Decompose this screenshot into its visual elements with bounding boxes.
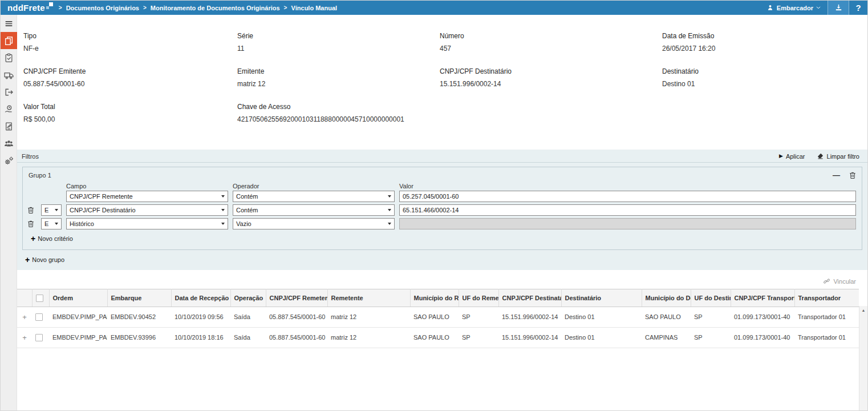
column-header-operacao[interactable]: Operação xyxy=(230,289,266,307)
sidebar-item-saida[interactable] xyxy=(1,83,17,100)
field-label: Tipo xyxy=(23,32,237,40)
column-header-remetente[interactable]: Remetente xyxy=(327,289,410,307)
documents-icon xyxy=(4,36,14,46)
vincular-label: Vincular xyxy=(833,278,856,285)
delete-criterion-button[interactable] xyxy=(27,220,34,228)
logo-mark-icon xyxy=(46,2,53,9)
field-label: Data de Emissão xyxy=(662,32,861,40)
operador-column-label: Operador xyxy=(233,183,395,190)
sidebar-item-usuarios[interactable] xyxy=(1,135,17,152)
breadcrumb-item-vinculo-manual[interactable]: Vínculo Manual xyxy=(291,5,337,11)
sidebar-item-documentos[interactable] xyxy=(1,32,17,49)
cell-data-recepcao: 10/10/2019 18:16 xyxy=(171,327,230,348)
vincular-button[interactable]: Vincular xyxy=(823,277,856,285)
download-button[interactable] xyxy=(828,1,849,15)
operador-select[interactable]: Vazio xyxy=(233,218,395,229)
expand-row-button[interactable]: + xyxy=(17,327,32,348)
sidebar-item-configuracoes[interactable] xyxy=(1,152,17,169)
help-button[interactable]: ? xyxy=(849,1,867,15)
sidebar-item-entregas[interactable] xyxy=(1,100,17,118)
campo-select[interactable]: Histórico xyxy=(66,218,228,229)
breadcrumb-item-documentos-originarios[interactable]: Documentos Originários xyxy=(66,5,139,11)
clear-filter-label: Limpar filtro xyxy=(827,153,859,160)
cell-ordem: EMBDEV.PIMP_PABSCCC... xyxy=(49,327,107,348)
field-value: 26/05/2017 16:20 xyxy=(662,45,861,53)
conjunction-select[interactable]: E xyxy=(41,204,62,216)
field-chave-acesso: Chave de Acesso 421705062556920001031188… xyxy=(237,103,440,123)
cell-embarque: EMBDEV.93996 xyxy=(107,327,171,348)
table-scrollbar[interactable]: ▲ xyxy=(859,306,867,410)
filters-panel: Filtros ▶ Aplicar Limpar filtro Grupo 1 xyxy=(17,150,867,270)
column-header-cnpj-destinatario[interactable]: CNPJ/CPF Destinatário xyxy=(498,289,561,307)
cell-municipio-destinatario: SAO PAULO xyxy=(642,307,691,327)
scroll-up-icon[interactable]: ▲ xyxy=(859,306,867,312)
column-header-cnpj-transportador[interactable]: CNPJ/CPF Transportad... xyxy=(731,289,794,307)
sidebar-item-auditoria[interactable] xyxy=(1,49,17,66)
column-header-ordem[interactable]: Ordem xyxy=(49,289,107,307)
trash-icon xyxy=(27,206,34,214)
cell-uf-destinatario: SP xyxy=(691,327,731,348)
dropdown-arrow-icon xyxy=(221,195,225,198)
column-header-municipio-remetente[interactable]: Município do Re... xyxy=(410,289,459,307)
conjunction-select[interactable]: E xyxy=(41,218,62,229)
apply-filter-label: Aplicar xyxy=(786,153,805,160)
field-tipo: Tipo NF-e xyxy=(23,32,237,53)
column-header-uf-destinatario[interactable]: UF do Destin... xyxy=(691,289,731,307)
valor-input[interactable] xyxy=(399,204,856,216)
results-table: Ordem Embarque Data de Recepção Operação… xyxy=(17,289,867,410)
chevron-right-icon: > xyxy=(59,5,62,11)
column-header-destinatario[interactable]: Destinatário xyxy=(561,289,642,307)
row-checkbox[interactable] xyxy=(35,334,43,341)
cell-cnpj-transportador: 01.099.173/0001-40 xyxy=(731,327,794,348)
column-header-transportador[interactable]: Transportador xyxy=(794,289,859,307)
app-logo[interactable]: nddFrete xyxy=(1,1,59,15)
apply-filter-button[interactable]: ▶ Aplicar xyxy=(779,152,805,160)
clipboard-check-icon xyxy=(4,53,14,63)
delete-group-button[interactable] xyxy=(849,171,856,179)
collapse-group-button[interactable]: — xyxy=(833,172,840,178)
column-header-embarque[interactable]: Embarque xyxy=(107,289,171,307)
criterion-row: CNPJ/CPF Remetente Contém xyxy=(25,191,856,202)
sidebar-item-transporte[interactable] xyxy=(1,66,17,83)
new-group-button[interactable]: + Novo grupo xyxy=(17,250,867,270)
field-label: Série xyxy=(237,32,440,40)
operador-select[interactable]: Contém xyxy=(233,191,395,202)
new-criterion-button[interactable]: + Novo critério xyxy=(31,235,862,242)
column-header-uf-remetente[interactable]: UF do Remet... xyxy=(459,289,498,307)
column-header-data-recepcao[interactable]: Data de Recepção xyxy=(171,289,230,307)
field-valor-total: Valor Total R$ 500,00 xyxy=(23,103,237,123)
select-all-checkbox[interactable] xyxy=(36,295,43,302)
filter-group-title: Grupo 1 xyxy=(29,172,51,179)
cell-transportador: Transportador 01 xyxy=(794,327,859,348)
trash-icon xyxy=(849,171,856,179)
operador-select[interactable]: Contém xyxy=(233,204,395,216)
breadcrumb-item-monitoramento[interactable]: Monitoramento de Documentos Originários xyxy=(151,5,280,11)
table-row[interactable]: + EMBDEV.PIMP_PABSCCC... EMBDEV.93996 10… xyxy=(17,327,859,348)
delete-criterion-button[interactable] xyxy=(27,206,34,214)
criterion-row: E CNPJ/CPF Destinatário Contém xyxy=(25,204,856,216)
valor-input[interactable] xyxy=(399,191,856,202)
user-menu-label: Embarcador xyxy=(777,5,813,11)
campo-select[interactable]: CNPJ/CPF Destinatário xyxy=(66,204,228,216)
campo-select[interactable]: CNPJ/CPF Remetente xyxy=(66,191,228,202)
expand-row-button[interactable]: + xyxy=(17,307,32,327)
column-header-municipio-destinatario[interactable]: Município do De... xyxy=(642,289,691,307)
cell-municipio-remetente: SAO PAULO xyxy=(410,307,459,327)
dropdown-arrow-icon xyxy=(388,195,391,198)
field-value: NF-e xyxy=(23,45,237,53)
campo-select-value: CNPJ/CPF Destinatário xyxy=(70,207,136,213)
sidebar-menu-toggle[interactable] xyxy=(1,15,17,32)
column-header-cnpj-remetente[interactable]: CNPJ/CPF Remetente xyxy=(266,289,327,307)
table-row[interactable]: + EMBDEV.PIMP_PABS04 EMBDEV.90452 10/10/… xyxy=(17,307,859,327)
user-icon xyxy=(766,4,774,11)
field-label: Número xyxy=(440,32,662,40)
dropdown-arrow-icon xyxy=(55,223,58,225)
field-value: Destino 01 xyxy=(662,80,861,88)
clear-filter-button[interactable]: Limpar filtro xyxy=(817,152,859,160)
dropdown-arrow-icon xyxy=(388,223,391,225)
row-checkbox[interactable] xyxy=(35,313,43,321)
plus-icon: + xyxy=(31,236,35,241)
sidebar-item-relatorios[interactable] xyxy=(1,118,17,135)
users-icon xyxy=(4,139,14,148)
user-menu[interactable]: Embarcador xyxy=(760,1,828,15)
